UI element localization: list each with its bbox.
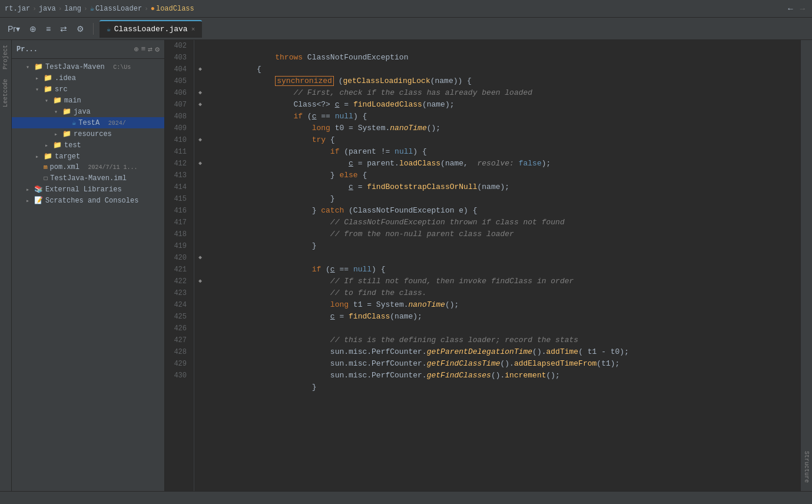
main-content: Project Leetcode Pr... ⊕ ≡ ⇄ ⚙ ▾ 📁 TestJ… [0, 40, 812, 491]
tree-item-idea[interactable]: ▸ 📁 .idea [12, 72, 164, 84]
folder-icon: 📁 [44, 85, 52, 94]
gutter-422[interactable]: ◆ [194, 276, 206, 287]
tree-label: src [55, 85, 68, 94]
breadcrumb-classloader[interactable]: ☕ClassLoader [90, 4, 142, 13]
tree-item-java[interactable]: ▾ 📁 java [12, 106, 164, 117]
tree-arrow[interactable]: ▾ [45, 97, 52, 104]
tree-arrow[interactable]: ▾ [26, 64, 33, 71]
tree-arrow [35, 164, 42, 171]
tree-item-target[interactable]: ▸ 📁 target [12, 151, 164, 162]
project-add-icon[interactable]: ⊕ [134, 45, 139, 54]
gutter-407[interactable]: ◆ [194, 99, 206, 111]
xml-icon: m [44, 164, 48, 171]
tree-label-testa: TestA 2024/ [78, 119, 125, 127]
tab-close-button[interactable]: × [191, 26, 195, 33]
line-num-429: 429 [170, 358, 189, 370]
tree-arrow[interactable]: ▸ [45, 142, 52, 149]
settings-button[interactable]: ⚙ [74, 22, 87, 35]
line-numbers: 402 403 404 405 406 407 408 409 410 411 … [165, 40, 194, 491]
tree-item-main[interactable]: ▾ 📁 main [12, 95, 164, 106]
tree-item-pomxml[interactable]: m pom.xml 2024/7/11 1... [12, 162, 164, 173]
gutter-423 [194, 287, 206, 299]
line-num-422: 422 [170, 276, 189, 287]
java-icon: ☕ [72, 118, 76, 127]
gutter-408 [194, 111, 206, 122]
tree-label: TestJava-Maven C:\Us [45, 63, 131, 71]
tree-item-test[interactable]: ▸ 📁 test [12, 140, 164, 151]
iml-icon: ◻ [44, 174, 48, 183]
tree-arrow[interactable]: ▸ [35, 153, 42, 160]
tree-item-src[interactable]: ▾ 📁 src [12, 84, 164, 95]
breadcrumb-rtjar[interactable]: rt.jar [5, 5, 30, 13]
tree-label: External Libraries [45, 185, 122, 194]
line-num-416: 416 [170, 205, 189, 217]
tree-arrow[interactable]: ▸ [26, 186, 33, 193]
structure-label[interactable]: Structure [801, 449, 812, 485]
tree-arrow [35, 175, 42, 181]
list-button[interactable]: ≡ [43, 22, 54, 35]
tree-arrow[interactable]: ▸ [35, 75, 42, 82]
line-num-407: 407 [170, 99, 189, 111]
gutter-430 [194, 370, 206, 382]
library-icon: 📚 [34, 185, 43, 194]
breadcrumb-java[interactable]: java [39, 5, 56, 13]
tree-arrow[interactable]: ▸ [26, 197, 33, 204]
code-content[interactable]: 402 403 404 405 406 407 408 409 410 411 … [165, 40, 800, 491]
gutter-420[interactable]: ◆ [194, 252, 206, 264]
code-line-420: if (c == null) { [211, 252, 796, 264]
tree-item-testjavamaven[interactable]: ▾ 📁 TestJava-Maven C:\Us [12, 61, 164, 72]
gutter-406[interactable]: ◆ [194, 87, 206, 99]
line-num-418: 418 [170, 228, 189, 240]
nav-back-button[interactable]: ← [786, 3, 795, 15]
gutter-402 [194, 40, 206, 52]
line-num-425: 425 [170, 311, 189, 323]
project-sidebar-label[interactable]: Project [1, 40, 10, 74]
project-view-button[interactable]: Pr▾ [5, 22, 23, 35]
project-settings-icon[interactable]: ⚙ [155, 45, 160, 54]
gutter-417 [194, 217, 206, 228]
tree-label: resources [74, 130, 112, 138]
tree-item-external-libs[interactable]: ▸ 📚 External Libraries [12, 184, 164, 195]
tree-item-testa[interactable]: ☕ TestA 2024/ [12, 117, 164, 128]
title-bar: rt.jar › java › lang › ☕ClassLoader › ●l… [0, 0, 812, 18]
tree-item-scratches[interactable]: ▸ 📝 Scratches and Consoles [12, 195, 164, 206]
project-list-icon[interactable]: ≡ [141, 45, 146, 54]
line-num-417: 417 [170, 217, 189, 228]
gutter-424 [194, 299, 206, 311]
nav-forward-button[interactable]: → [798, 3, 807, 15]
tree-arrow[interactable]: ▾ [35, 86, 42, 93]
code-line-426: // this is the defining class loader; re… [211, 323, 796, 334]
nav-arrows: ← → [786, 3, 807, 15]
folder-icon: 📁 [44, 152, 52, 161]
project-expand-icon[interactable]: ⇄ [148, 45, 153, 54]
swap-button[interactable]: ⇄ [57, 22, 70, 35]
tree-arrow[interactable]: ▸ [54, 131, 61, 138]
toolbar: Pr▾ ⊕ ≡ ⇄ ⚙ ☕ ClassLoader.java × [0, 18, 812, 40]
left-sidebar: Project Leetcode [0, 40, 12, 491]
gutter-412[interactable]: ◆ [194, 158, 206, 170]
java-file-icon: ☕ [107, 25, 111, 33]
line-num-424: 424 [170, 299, 189, 311]
tree-arrow[interactable]: ▾ [54, 108, 61, 115]
line-num-402: 402 [170, 40, 189, 52]
breadcrumb-lang[interactable]: lang [64, 5, 81, 13]
gutter-429 [194, 358, 206, 370]
tree-item-iml[interactable]: ◻ TestJava-Maven.iml [12, 173, 164, 184]
project-header: Pr... ⊕ ≡ ⇄ ⚙ [12, 40, 164, 59]
code-lines: throws ClassNotFoundException { synchron… [206, 40, 800, 491]
line-num-408: 408 [170, 111, 189, 122]
gutter-410[interactable]: ◆ [194, 134, 206, 146]
gutter-419 [194, 240, 206, 252]
leetcode-sidebar-label[interactable]: Leetcode [1, 74, 10, 112]
tree-item-resources[interactable]: ▸ 📁 resources [12, 128, 164, 140]
gutter-413 [194, 170, 206, 181]
gutter-409 [194, 122, 206, 134]
line-num-420: 420 [170, 252, 189, 264]
line-num-406: 406 [170, 87, 189, 99]
gutter-404[interactable]: ◆ [194, 64, 206, 75]
add-button[interactable]: ⊕ [26, 22, 39, 35]
breadcrumb-loadclass[interactable]: ●loadClass [151, 5, 194, 13]
tree-label: java [74, 108, 91, 116]
tab-classloader-java[interactable]: ☕ ClassLoader.java × [100, 20, 202, 38]
folder-icon: 📁 [62, 130, 71, 138]
